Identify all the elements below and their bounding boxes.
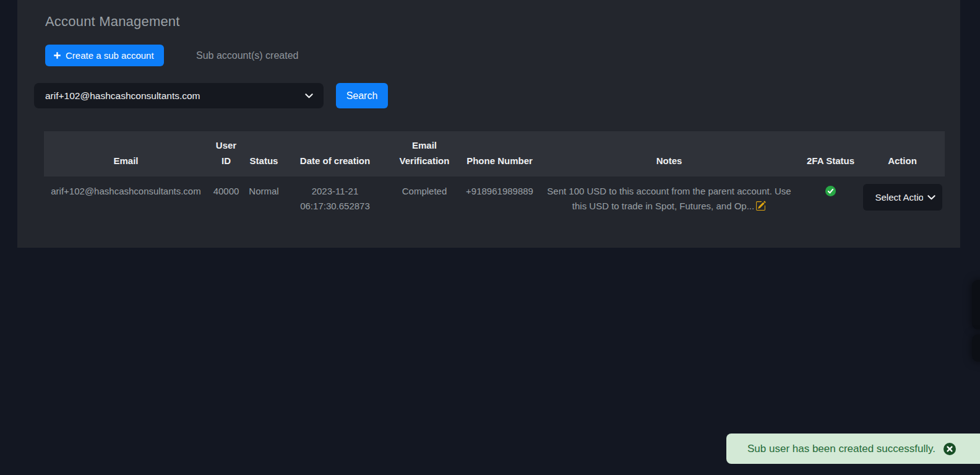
- plus-icon: [53, 51, 61, 59]
- cell-2fa-status: [801, 176, 860, 224]
- notes-text: Sent 100 USD to this account from the pa…: [547, 186, 791, 211]
- chevron-down-icon: [927, 193, 936, 202]
- account-select-value: arif+102@hashcashconsultants.com: [45, 90, 304, 102]
- col-header-notes: Notes: [537, 131, 801, 176]
- create-sub-account-button[interactable]: Create a sub account: [45, 45, 164, 66]
- check-circle-icon: [825, 186, 836, 196]
- success-toast: Sub user has been created successfully.: [726, 434, 980, 464]
- chevron-down-icon: [304, 91, 314, 100]
- create-sub-account-label: Create a sub account: [66, 50, 154, 61]
- col-header-action: Action: [860, 131, 945, 176]
- action-select-label: Select Action: [875, 190, 923, 205]
- floating-edge-widget: [972, 280, 980, 329]
- page-background: { "page": { "title": "Account Management…: [0, 0, 980, 475]
- cell-user-id: 40000: [208, 176, 244, 224]
- cell-phone-number: +918961989889: [462, 176, 537, 224]
- x-circle-icon[interactable]: [943, 443, 956, 455]
- cell-email: arif+102@hashcashconsultants.com: [44, 176, 208, 224]
- action-select[interactable]: Select Action: [863, 184, 942, 211]
- col-header-user-id: User ID: [208, 131, 244, 176]
- page-title: Account Management: [45, 14, 180, 30]
- cell-date-of-creation: 2023-11-21 06:17:30.652873: [283, 176, 387, 224]
- account-select[interactable]: arif+102@hashcashconsultants.com: [34, 83, 324, 108]
- cell-status: Normal: [244, 176, 283, 224]
- col-header-email: Email: [44, 131, 208, 176]
- col-header-status: Status: [244, 131, 283, 176]
- pencil-square-icon[interactable]: [755, 201, 766, 211]
- cell-notes: Sent 100 USD to this account from the pa…: [537, 176, 801, 224]
- col-header-phone-number: Phone Number: [462, 131, 537, 176]
- col-header-2fa-status: 2FA Status: [801, 131, 860, 176]
- table-header-row: Email User ID Status Date of creation Em…: [44, 131, 945, 176]
- col-header-date-of-creation: Date of creation: [283, 131, 387, 176]
- search-button[interactable]: Search: [336, 83, 388, 108]
- account-management-panel: Account Management Create a sub account …: [17, 0, 960, 248]
- col-header-email-verification: Email Verification: [387, 131, 462, 176]
- cell-action: Select Action: [860, 176, 945, 224]
- floating-edge-widget: [972, 334, 980, 362]
- toast-message: Sub user has been created successfully.: [747, 443, 935, 455]
- cell-email-verification: Completed: [387, 176, 462, 224]
- sub-accounts-table: Email User ID Status Date of creation Em…: [44, 131, 945, 224]
- table-row: arif+102@hashcashconsultants.com 40000 N…: [44, 176, 945, 224]
- sub-accounts-created-label: Sub account(s) created: [196, 50, 298, 61]
